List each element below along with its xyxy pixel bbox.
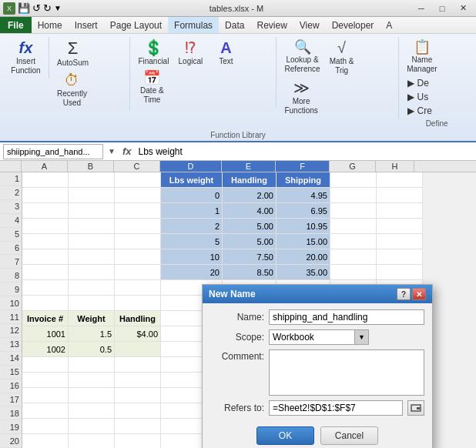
- text-button[interactable]: A Text: [209, 38, 243, 68]
- name-manager-label: NameManager: [407, 55, 437, 74]
- math-icon: √: [337, 40, 346, 55]
- math-trig-button[interactable]: √ Math &Trig: [325, 38, 359, 77]
- logical-icon: ⁉: [185, 40, 196, 55]
- name-manager-button[interactable]: 📋 NameManager: [404, 38, 440, 75]
- refers-row: Refers to:: [210, 400, 424, 416]
- cancel-button[interactable]: Cancel: [320, 426, 378, 445]
- developer-menu[interactable]: Developer: [326, 17, 380, 33]
- dialog-help-button[interactable]: ?: [397, 288, 411, 300]
- define-name-button[interactable]: ▶ De: [405, 77, 434, 89]
- lookup-icon: 🔍: [294, 40, 311, 54]
- create-from-selection-button[interactable]: ▶ Cre: [405, 105, 434, 117]
- refers-collapse-button[interactable]: [407, 400, 424, 416]
- redo-icon[interactable]: ↻: [43, 2, 52, 14]
- comment-input[interactable]: [269, 349, 424, 396]
- name-input[interactable]: [269, 309, 424, 325]
- formula-dropdown-arrow[interactable]: ▼: [106, 147, 117, 155]
- ok-button[interactable]: OK: [256, 426, 314, 445]
- dialog-close-button[interactable]: ✕: [412, 288, 426, 300]
- view-menu[interactable]: View: [293, 17, 326, 33]
- define-group-label: Define: [426, 119, 448, 128]
- insert-function-icon: fx: [19, 40, 33, 55]
- data-menu[interactable]: Data: [219, 17, 250, 33]
- dialog-title-bar: New Name ? ✕: [203, 285, 432, 303]
- name-row: Name:: [210, 309, 424, 325]
- text-icon: A: [220, 40, 231, 55]
- maximize-button[interactable]: □: [432, 2, 452, 15]
- date-time-button[interactable]: 📅 Date &Time: [135, 69, 169, 106]
- more-functions-label: MoreFunctions: [284, 97, 317, 115]
- ribbon-group-names: 📋 NameManager ▶ De ▶ Us ▶ Cre Define: [401, 37, 473, 129]
- financial-icon: 💲: [144, 40, 163, 55]
- sigma-icon: Σ: [68, 40, 79, 57]
- app-icon: X: [3, 2, 15, 15]
- refers-label: Refers to:: [210, 403, 264, 413]
- autosum-label: AutoSum: [57, 59, 89, 68]
- undo-icon[interactable]: ↺: [32, 2, 41, 14]
- dialog-footer: OK Cancel: [203, 422, 432, 448]
- more-functions-button[interactable]: ≫ MoreFunctions: [281, 79, 320, 117]
- scope-value: Workbook: [270, 332, 354, 343]
- name-manager-icon: 📋: [414, 40, 431, 54]
- main-area: A B C D E F G H 1 2 3 4 5 6 7 8: [0, 161, 476, 448]
- dialog-controls: ? ✕: [397, 288, 426, 300]
- more-menu[interactable]: A: [380, 17, 398, 33]
- recently-used-icon: ⏱: [64, 72, 79, 88]
- ribbon-group-insert-function: fx InsertFunction: [3, 37, 49, 79]
- scope-dropdown[interactable]: Workbook ▼: [269, 329, 369, 345]
- close-button[interactable]: ✕: [453, 2, 473, 15]
- text-label: Text: [219, 57, 233, 66]
- logical-label: Logical: [179, 57, 203, 66]
- fx-label: fx: [120, 145, 134, 157]
- menu-bar: File Home Insert Page Layout Formulas Da…: [0, 17, 476, 34]
- title-bar: X 💾 ↺ ↻ ▼ tables.xlsx - M ─ □ ✕: [0, 0, 476, 17]
- svg-rect-1: [417, 407, 420, 410]
- home-menu[interactable]: Home: [32, 17, 69, 33]
- ribbon-group-more: 🔍 Lookup &Reference √ Math &Trig ≫ MoreF…: [278, 37, 399, 119]
- name-label: Name:: [210, 312, 264, 323]
- use-in-formula-button[interactable]: ▶ Us: [405, 91, 434, 103]
- review-menu[interactable]: Review: [250, 17, 293, 33]
- lookup-label: Lookup &Reference: [284, 55, 320, 74]
- title-bar-icons: X 💾 ↺ ↻ ▼: [3, 2, 62, 15]
- quick-access-icon[interactable]: ▼: [54, 4, 62, 12]
- scope-dropdown-arrow[interactable]: ▼: [354, 330, 368, 344]
- window-title: tables.xlsx - M: [62, 4, 411, 13]
- financial-label: Financial: [138, 57, 169, 66]
- ribbon-group-autosum: Σ AutoSum ⏱ RecentlyUsed: [51, 37, 130, 111]
- dialog-content: Name: Scope: Workbook ▼ Comment:: [203, 303, 432, 422]
- insert-function-label: InsertFunction: [11, 57, 40, 75]
- insert-menu[interactable]: Insert: [69, 17, 104, 33]
- more-functions-icon: ≫: [293, 80, 310, 95]
- formulas-menu[interactable]: Formulas: [168, 17, 219, 33]
- new-name-dialog: New Name ? ✕ Name: Scope:: [202, 284, 433, 448]
- name-box[interactable]: [3, 144, 103, 159]
- lookup-reference-button[interactable]: 🔍 Lookup &Reference: [281, 38, 323, 75]
- collapse-icon: [411, 404, 421, 412]
- formula-input[interactable]: [136, 144, 473, 159]
- insert-function-button[interactable]: fx InsertFunction: [8, 38, 43, 77]
- dialog-overlay: New Name ? ✕ Name: Scope:: [0, 161, 476, 448]
- scope-row: Scope: Workbook ▼: [210, 329, 424, 345]
- window-controls[interactable]: ─ □ ✕: [411, 2, 473, 15]
- financial-button[interactable]: 💲 Financial: [135, 38, 172, 68]
- autosum-button[interactable]: Σ AutoSum: [54, 38, 92, 69]
- recently-used-button[interactable]: ⏱ RecentlyUsed: [54, 71, 90, 109]
- date-time-label: Date &Time: [140, 86, 164, 105]
- minimize-button[interactable]: ─: [411, 2, 431, 15]
- formula-bar: ▼ fx: [0, 142, 476, 161]
- scope-label: Scope:: [210, 332, 264, 343]
- file-menu[interactable]: File: [0, 17, 32, 33]
- dialog-title: New Name: [209, 289, 256, 299]
- refers-input[interactable]: [269, 400, 403, 416]
- ribbon-group-functions: 💲 Financial ⁉ Logical A Text 📅 Date &Tim…: [132, 37, 277, 108]
- logical-button[interactable]: ⁉ Logical: [173, 38, 207, 68]
- comment-row: Comment:: [210, 349, 424, 396]
- recently-used-label: RecentlyUsed: [57, 89, 87, 108]
- page-layout-menu[interactable]: Page Layout: [104, 17, 168, 33]
- comment-label: Comment:: [210, 349, 264, 362]
- math-label: Math &Trig: [330, 57, 354, 75]
- function-library-label: Function Library: [3, 131, 473, 139]
- save-icon[interactable]: 💾: [18, 2, 30, 14]
- date-time-icon: 📅: [143, 71, 160, 85]
